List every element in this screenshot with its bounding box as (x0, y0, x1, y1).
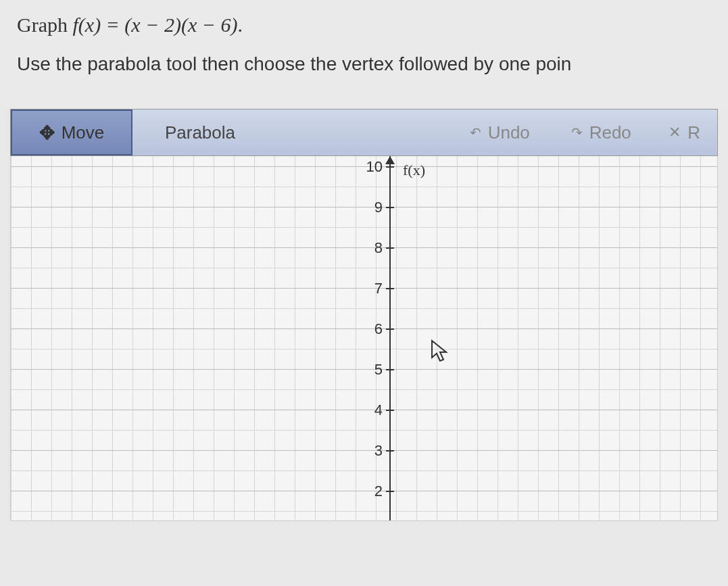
y-tick (386, 207, 394, 208)
move-tool-button[interactable]: ✥ Move (11, 109, 132, 155)
y-tick (386, 369, 394, 370)
move-label: Move (62, 122, 105, 143)
reset-icon: ✕ (669, 124, 681, 141)
y-tick (386, 410, 394, 411)
move-icon: ✥ (39, 122, 55, 144)
y-tick (386, 328, 394, 330)
y-tick-label: 4 (362, 401, 383, 419)
y-tick-label: 8 (362, 239, 383, 257)
y-tick (386, 166, 394, 168)
undo-icon: ↶ (470, 124, 481, 141)
y-tick-label: 5 (362, 361, 383, 379)
question-suffix: . (237, 14, 243, 36)
y-tick (386, 491, 394, 492)
redo-label: Redo (589, 122, 631, 143)
y-axis (389, 156, 391, 520)
graph-toolbar: ✥ Move Parabola ↶ Undo ↷ Redo ✕ R (10, 109, 718, 156)
question-function: f(x) = (x − 2)(x − 6) (72, 14, 237, 36)
cursor-icon (430, 339, 452, 372)
redo-button[interactable]: ↷ Redo (550, 109, 652, 155)
question-prompt: Graph f(x) = (x − 2)(x − 6). (17, 14, 711, 36)
y-axis-title: f(x) (403, 162, 425, 179)
instruction-text: Use the parabola tool then choose the ve… (17, 53, 711, 75)
parabola-tool-button[interactable]: Parabola (132, 109, 268, 155)
y-tick-label: 9 (362, 199, 383, 216)
y-axis-arrow (385, 156, 395, 164)
y-tick (386, 450, 394, 451)
undo-label: Undo (488, 122, 530, 143)
graph-canvas[interactable]: f(x) 1098765432 (10, 156, 718, 521)
y-tick (386, 247, 394, 249)
y-tick-label: 7 (362, 280, 383, 297)
y-tick-label: 2 (362, 483, 383, 500)
y-tick-label: 6 (362, 320, 383, 338)
y-tick (386, 288, 394, 289)
y-tick-label: 3 (362, 442, 383, 460)
reset-button[interactable]: ✕ R (652, 109, 717, 155)
y-tick-label: 10 (362, 158, 383, 176)
redo-icon: ↷ (571, 124, 583, 141)
question-prefix: Graph (17, 14, 72, 36)
undo-button[interactable]: ↶ Undo (449, 109, 550, 155)
parabola-label: Parabola (165, 122, 235, 143)
reset-label: R (687, 122, 700, 143)
